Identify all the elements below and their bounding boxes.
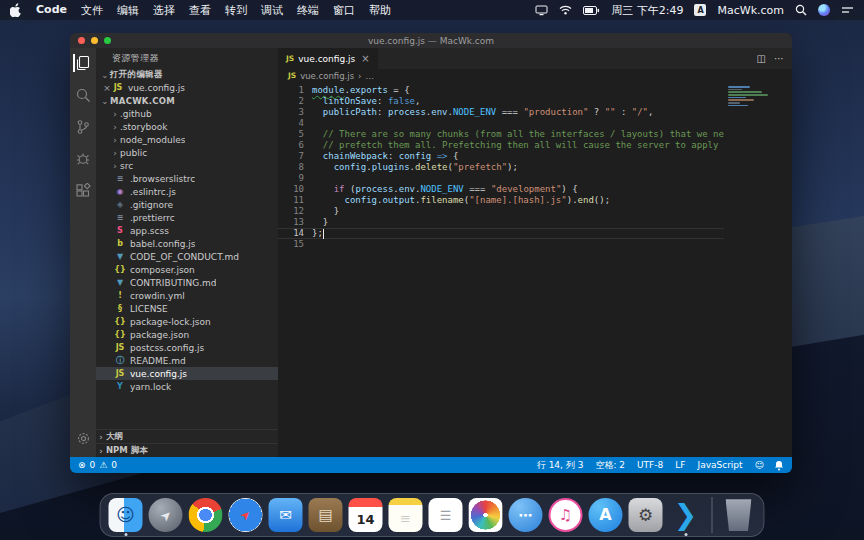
- status-item-5[interactable]: JavaScript: [697, 460, 742, 470]
- line-number[interactable]: 2: [278, 96, 304, 107]
- tree-file[interactable]: JSvue.config.js: [96, 367, 278, 380]
- line-number[interactable]: 6: [278, 140, 304, 151]
- project-root-section[interactable]: ⌄ MACWK.COM: [96, 94, 278, 107]
- line-number[interactable]: 9: [278, 173, 304, 184]
- line-number[interactable]: 10: [278, 184, 304, 195]
- minimize-window-button[interactable]: [91, 37, 98, 44]
- code-line[interactable]: 15: [278, 239, 792, 250]
- breadcrumb-file[interactable]: vue.config.js: [300, 71, 354, 81]
- dock-contacts[interactable]: ▤: [309, 498, 343, 532]
- display-icon[interactable]: [535, 5, 548, 16]
- open-editors-section[interactable]: ⌄ 打开的编辑器: [96, 68, 278, 81]
- problems-indicator[interactable]: ⊗ 0 ⚠ 0: [78, 460, 117, 470]
- tree-folder[interactable]: ›src: [96, 159, 278, 172]
- menu-item-7[interactable]: 调试: [261, 3, 283, 18]
- menu-item-8[interactable]: 终端: [297, 3, 319, 18]
- code-line[interactable]: 8 config.plugins.delete("prefetch");: [278, 162, 792, 173]
- status-item-3[interactable]: UTF-8: [637, 460, 663, 470]
- tree-file[interactable]: Yyarn.lock: [96, 380, 278, 393]
- dock-reminders[interactable]: ☰: [429, 498, 463, 532]
- dock-safari[interactable]: ➤: [229, 498, 263, 532]
- tree-folder[interactable]: ›.storybook: [96, 120, 278, 133]
- menu-item-2[interactable]: 文件: [81, 3, 103, 18]
- breadcrumb-more[interactable]: …: [365, 71, 374, 81]
- tree-folder[interactable]: ›node_modules: [96, 133, 278, 146]
- menu-item-1[interactable]: Code: [36, 3, 67, 18]
- status-item-2[interactable]: 空格: 2: [595, 459, 625, 472]
- code-line[interactable]: 7 chainWebpack: config => {: [278, 151, 792, 162]
- code-line[interactable]: 13 }: [278, 217, 792, 228]
- explorer-icon[interactable]: [73, 54, 91, 72]
- code-line[interactable]: 1module.exports = {: [278, 85, 792, 96]
- dock-chrome[interactable]: [189, 498, 223, 532]
- tree-file[interactable]: bbabel.config.js: [96, 237, 278, 250]
- line-number[interactable]: 1: [278, 85, 304, 96]
- dock-notes[interactable]: ≡: [389, 498, 423, 532]
- line-number[interactable]: 13: [278, 217, 304, 228]
- line-number[interactable]: 12: [278, 206, 304, 217]
- line-number[interactable]: 7: [278, 151, 304, 162]
- tree-file[interactable]: {}composer.json: [96, 263, 278, 276]
- dock-settings[interactable]: ⚙: [629, 498, 663, 532]
- line-number[interactable]: 8: [278, 162, 304, 173]
- tree-file[interactable]: Sapp.scss: [96, 224, 278, 237]
- debug-icon[interactable]: [74, 150, 92, 168]
- tree-file[interactable]: {}package-lock.json: [96, 315, 278, 328]
- menu-item-5[interactable]: 查看: [189, 3, 211, 18]
- code-editor[interactable]: 1module.exports = {2 lintOnSave: false,3…: [278, 82, 792, 457]
- feedback-smiley-icon[interactable]: ☺: [755, 460, 764, 470]
- dock-appstore[interactable]: A: [589, 498, 623, 532]
- code-line[interactable]: 6 // prefetch them all. Prefetching then…: [278, 140, 792, 151]
- notification-center-icon[interactable]: [841, 5, 854, 15]
- spotlight-search-icon[interactable]: [795, 4, 807, 16]
- dock-itunes[interactable]: ♫: [549, 498, 583, 532]
- tree-file[interactable]: ▼CONTRIBUTING.md: [96, 276, 278, 289]
- sidebar-section-1[interactable]: ›大纲: [96, 429, 278, 443]
- close-editor-icon[interactable]: ×: [102, 83, 112, 93]
- breadcrumb[interactable]: JS vue.config.js › …: [278, 69, 792, 82]
- dock-finder[interactable]: ☺: [109, 498, 143, 532]
- notifications-bell-icon[interactable]: [774, 460, 784, 471]
- tree-file[interactable]: !crowdin.yml: [96, 289, 278, 302]
- status-item-4[interactable]: LF: [675, 460, 685, 470]
- dock-calendar[interactable]: 14: [349, 498, 383, 532]
- code-line[interactable]: 10 if (process.env.NODE_ENV === "develop…: [278, 184, 792, 195]
- tree-file[interactable]: ◉.eslintrc.js: [96, 185, 278, 198]
- tree-file[interactable]: ◈.gitignore: [96, 198, 278, 211]
- wifi-icon[interactable]: [559, 5, 572, 15]
- sidebar-section-2[interactable]: ›NPM 脚本: [96, 443, 278, 457]
- line-number[interactable]: 5: [278, 129, 304, 140]
- tree-file[interactable]: §LICENSE: [96, 302, 278, 315]
- dock-vscode[interactable]: ❯: [669, 498, 703, 532]
- siri-icon[interactable]: [818, 4, 830, 16]
- settings-gear-icon[interactable]: [74, 429, 92, 447]
- dock-launchpad[interactable]: ➤: [149, 498, 183, 532]
- code-line[interactable]: 2 lintOnSave: false,: [278, 96, 792, 107]
- more-actions-icon[interactable]: ⋯: [774, 53, 784, 64]
- minimap[interactable]: [724, 82, 792, 457]
- code-line[interactable]: 12 }: [278, 206, 792, 217]
- tree-file[interactable]: ▼CODE_OF_CONDUCT.md: [96, 250, 278, 263]
- line-number[interactable]: 15: [278, 239, 304, 250]
- line-number[interactable]: 14: [278, 228, 304, 239]
- input-method-icon[interactable]: A: [694, 4, 706, 16]
- dock-photos[interactable]: [469, 498, 503, 532]
- window-title-bar[interactable]: vue.config.js — MacWk.com: [70, 33, 792, 48]
- menu-item-10[interactable]: 帮助: [369, 3, 391, 18]
- tree-file[interactable]: ≡.prettierrc: [96, 211, 278, 224]
- source-control-icon[interactable]: [74, 118, 92, 136]
- split-editor-icon[interactable]: ◫: [757, 53, 766, 64]
- dock-mail[interactable]: ✉: [269, 498, 303, 532]
- menu-item-6[interactable]: 转到: [225, 3, 247, 18]
- line-number[interactable]: 3: [278, 107, 304, 118]
- close-tab-icon[interactable]: ×: [361, 53, 369, 64]
- menu-item-4[interactable]: 选择: [153, 3, 175, 18]
- tree-file[interactable]: ⓘREADME.md: [96, 354, 278, 367]
- tree-file[interactable]: ≡.browserslistrc: [96, 172, 278, 185]
- status-item-1[interactable]: 行 14, 列 3: [537, 459, 584, 472]
- menu-bar-clock[interactable]: 周三 下午2:49: [611, 3, 683, 18]
- code-line[interactable]: 5 // There are so many chunks (from all …: [278, 129, 792, 140]
- dock-messages[interactable]: ⋯: [509, 498, 543, 532]
- menu-bar-brand[interactable]: MacWk.com: [717, 4, 784, 17]
- dock-trash[interactable]: [722, 498, 756, 532]
